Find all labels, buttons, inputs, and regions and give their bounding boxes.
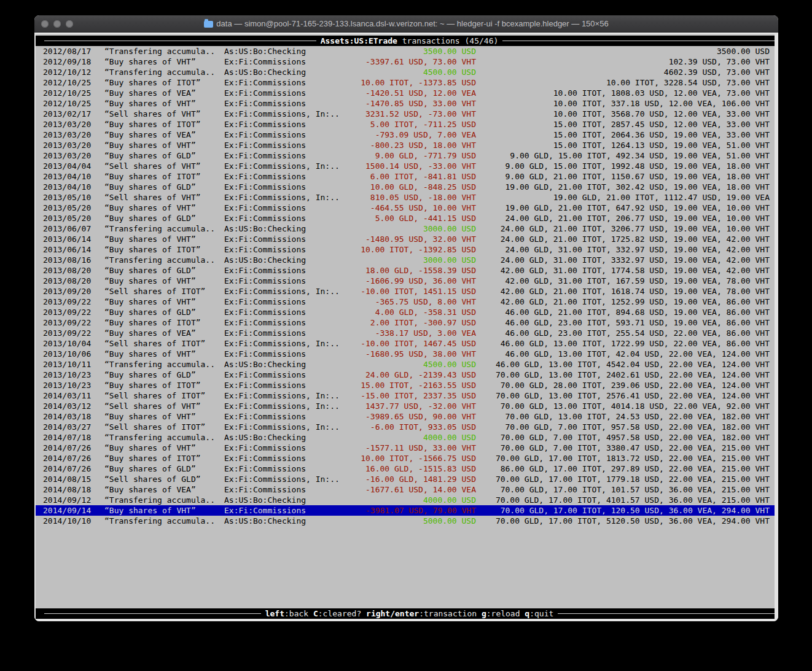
help-desc: :back (284, 609, 308, 618)
help-desc: :transaction (419, 609, 477, 618)
transaction-row[interactable]: 2013/09/22“Buy shares of VHT”Ex:Fi:Commi… (36, 297, 775, 307)
txn-description: “Buy shares of VHT” (104, 234, 224, 244)
header-rule-right (502, 41, 775, 41)
transaction-row[interactable]: 2013/08/16“Transfering accumula..As:US:B… (36, 255, 775, 265)
transaction-row[interactable]: 2014/09/12“Transfering accumula..As:US:B… (36, 495, 775, 505)
transaction-row[interactable]: 2013/10/23“Buy shares of ITOT”Ex:Fi:Comm… (36, 380, 775, 390)
transaction-row[interactable]: 2013/04/04“Sell shares of VHT”Ex:Fi:Comm… (36, 161, 775, 171)
transaction-row[interactable]: 2013/03/20“Buy shares of VEA”Ex:Fi:Commi… (36, 130, 775, 140)
transaction-row[interactable]: 2013/09/22“Buy shares of ITOT”Ex:Fi:Comm… (36, 317, 775, 328)
txn-accounts: Ex:Fi:Commissions (224, 380, 353, 390)
transaction-row[interactable]: 2013/03/20“Buy shares of ITOT”Ex:Fi:Comm… (36, 119, 775, 130)
transaction-row[interactable]: 2013/02/17“Sell shares of VHT”Ex:Fi:Comm… (36, 109, 775, 119)
txn-accounts: Ex:Fi:Commissions (224, 265, 353, 276)
txn-date: 2013/10/23 (43, 370, 104, 380)
transaction-row[interactable]: 2013/04/10“Buy shares of ITOT”Ex:Fi:Comm… (36, 171, 775, 182)
screen-header-text: Assets:US:ETrade transactions (45/46) (316, 36, 503, 46)
txn-date: 2013/06/14 (43, 234, 104, 244)
txn-balance: 10.00 ITOT, 3568.70 USD, 12.00 VEA, 33.0… (476, 109, 775, 119)
transaction-row[interactable]: 2013/08/20“Buy shares of VHT”Ex:Fi:Commi… (36, 276, 775, 286)
txn-change: 4500.00 USD (353, 359, 476, 370)
txn-accounts: As:US:Bo:Checking (224, 67, 353, 77)
transaction-row[interactable]: 2014/07/26“Buy shares of ITOT”Ex:Fi:Comm… (36, 453, 775, 463)
transaction-row[interactable]: 2014/07/18“Transfering accumula..As:US:B… (36, 432, 775, 443)
transaction-row[interactable]: 2013/06/14“Buy shares of VHT”Ex:Fi:Commi… (36, 234, 775, 244)
txn-balance: 86.00 GLD, 17.00 ITOT, 297.89 USD, 22.00… (476, 463, 775, 474)
txn-description: “Buy shares of GLD” (104, 213, 224, 223)
txn-balance: 102.39 USD, 73.00 VHT (476, 56, 775, 67)
transaction-row[interactable]: 2012/10/25“Buy shares of ITOT”Ex:Fi:Comm… (36, 77, 775, 88)
txn-accounts: Ex:Fi:Commissions, In:.. (224, 474, 353, 484)
txn-description: “Sell shares of VHT” (104, 161, 224, 171)
txn-description: “Sell shares of ITOT” (104, 422, 224, 432)
transaction-row[interactable]: 2013/10/06“Buy shares of VHT”Ex:Fi:Commi… (36, 349, 775, 359)
help-rule-right (558, 613, 775, 614)
transaction-row[interactable]: 2014/08/15“Sell shares of GLD”Ex:Fi:Comm… (36, 474, 775, 484)
transaction-row[interactable]: 2013/03/20“Buy shares of VHT”Ex:Fi:Commi… (36, 140, 775, 150)
txn-description: “Buy shares of VHT” (104, 98, 224, 109)
txn-accounts: Ex:Fi:Commissions (224, 307, 353, 317)
transaction-row[interactable]: 2013/09/20“Sell shares of ITOT”Ex:Fi:Com… (36, 286, 775, 297)
txn-description: “Buy shares of GLD” (104, 182, 224, 192)
txn-accounts: As:US:Bo:Checking (224, 46, 353, 56)
txn-change: 9.00 GLD, -771.79 USD (353, 150, 476, 161)
transaction-row[interactable]: 2013/10/23“Buy shares of GLD”Ex:Fi:Commi… (36, 370, 775, 380)
txn-date: 2013/09/22 (43, 328, 104, 338)
txn-balance: 19.00 GLD, 21.00 ITOT, 647.92 USD, 19.00… (476, 203, 775, 213)
transaction-row[interactable]: 2013/09/22“Buy shares of VEA”Ex:Fi:Commi… (36, 328, 775, 338)
transaction-row[interactable]: 2013/03/20“Buy shares of GLD”Ex:Fi:Commi… (36, 150, 775, 161)
transaction-row[interactable]: 2012/10/25“Buy shares of VHT”Ex:Fi:Commi… (36, 98, 775, 109)
txn-accounts: Ex:Fi:Commissions (224, 234, 353, 244)
txn-description: “Buy shares of VHT” (104, 297, 224, 307)
transaction-row[interactable]: 2013/08/20“Buy shares of GLD”Ex:Fi:Commi… (36, 265, 775, 276)
transaction-row[interactable]: 2012/10/25“Buy shares of VEA”Ex:Fi:Commi… (36, 88, 775, 98)
txn-change: -16.00 GLD, 1481.29 USD (353, 474, 476, 484)
txn-balance: 10.00 ITOT, 337.18 USD, 12.00 VEA, 106.0… (476, 98, 775, 109)
transaction-row[interactable]: 2012/08/17“Transfering accumula..As:US:B… (36, 46, 775, 56)
transaction-row[interactable]: 2013/06/07“Transfering accumula..As:US:B… (36, 223, 775, 234)
folder-icon (204, 21, 213, 28)
txn-change: 1500.14 USD, -33.00 VHT (353, 161, 476, 171)
transaction-row[interactable]: 2014/08/18“Buy shares of VEA”Ex:Fi:Commi… (36, 484, 775, 495)
txn-change: 10.00 GLD, -848.25 USD (353, 182, 476, 192)
txn-description: “Buy shares of VHT” (104, 411, 224, 422)
txn-change: 3500.00 USD (353, 46, 476, 56)
transaction-row[interactable]: 2013/05/20“Buy shares of VHT”Ex:Fi:Commi… (36, 203, 775, 213)
txn-date: 2014/07/26 (43, 463, 104, 474)
txn-description: “Sell shares of VHT” (104, 401, 224, 411)
txn-description: “Sell shares of ITOT” (104, 338, 224, 349)
transaction-row[interactable]: 2012/09/18“Buy shares of VHT”Ex:Fi:Commi… (36, 56, 775, 67)
txn-description: “Buy shares of ITOT” (104, 77, 224, 88)
txn-accounts: Ex:Fi:Commissions (224, 119, 353, 130)
transaction-row[interactable]: 2014/03/27“Sell shares of ITOT”Ex:Fi:Com… (36, 422, 775, 432)
transaction-row[interactable]: 2014/07/26“Buy shares of GLD”Ex:Fi:Commi… (36, 463, 775, 474)
transaction-row[interactable]: 2013/04/10“Buy shares of GLD”Ex:Fi:Commi… (36, 182, 775, 192)
txn-change: -6.00 ITOT, 933.05 USD (353, 422, 476, 432)
txn-accounts: As:US:Bo:Checking (224, 223, 353, 234)
transaction-row[interactable]: 2013/05/10“Sell shares of VHT”Ex:Fi:Comm… (36, 192, 775, 203)
transaction-row[interactable]: 2013/10/04“Sell shares of ITOT”Ex:Fi:Com… (36, 338, 775, 349)
window-titlebar[interactable]: data — simon@pool-71-165-239-133.lsanca.… (34, 15, 778, 33)
transaction-row[interactable]: 2014/03/11“Sell shares of ITOT”Ex:Fi:Com… (36, 390, 775, 401)
transaction-row-selected[interactable]: 2014/09/14“Buy shares of VHT”Ex:Fi:Commi… (36, 505, 775, 516)
txn-description: “Buy shares of GLD” (104, 463, 224, 474)
transaction-row[interactable]: 2013/10/11“Transfering accumula..As:US:B… (36, 359, 775, 370)
txn-change: -3989.65 USD, 90.00 VHT (353, 411, 476, 422)
txn-description: “Buy shares of VHT” (104, 56, 224, 67)
transaction-row[interactable]: 2013/05/20“Buy shares of GLD”Ex:Fi:Commi… (36, 213, 775, 223)
transaction-row[interactable]: 2014/03/12“Sell shares of VHT”Ex:Fi:Comm… (36, 401, 775, 411)
txn-date: 2014/07/26 (43, 443, 104, 453)
txn-accounts: Ex:Fi:Commissions (224, 150, 353, 161)
txn-description: “Transfering accumula.. (104, 495, 224, 505)
transaction-row[interactable]: 2012/10/12“Transfering accumula..As:US:B… (36, 67, 775, 77)
transaction-row[interactable]: 2014/10/10“Transfering accumula..As:US:B… (36, 516, 775, 526)
txn-change: 4.00 GLD, -358.31 USD (353, 307, 476, 317)
txn-balance: 24.00 GLD, 21.00 ITOT, 206.77 USD, 19.00… (476, 213, 775, 223)
txn-accounts: Ex:Fi:Commissions (224, 411, 353, 422)
transaction-row[interactable]: 2013/06/14“Buy shares of ITOT”Ex:Fi:Comm… (36, 244, 775, 255)
transaction-row[interactable]: 2014/07/26“Buy shares of VHT”Ex:Fi:Commi… (36, 443, 775, 453)
transaction-row[interactable]: 2013/09/22“Buy shares of GLD”Ex:Fi:Commi… (36, 307, 775, 317)
transaction-row[interactable]: 2014/03/18“Buy shares of VHT”Ex:Fi:Commi… (36, 411, 775, 422)
txn-change: -1480.95 USD, 32.00 VHT (353, 234, 476, 244)
window-title: data — simon@pool-71-165-239-133.lsanca.… (34, 15, 778, 32)
